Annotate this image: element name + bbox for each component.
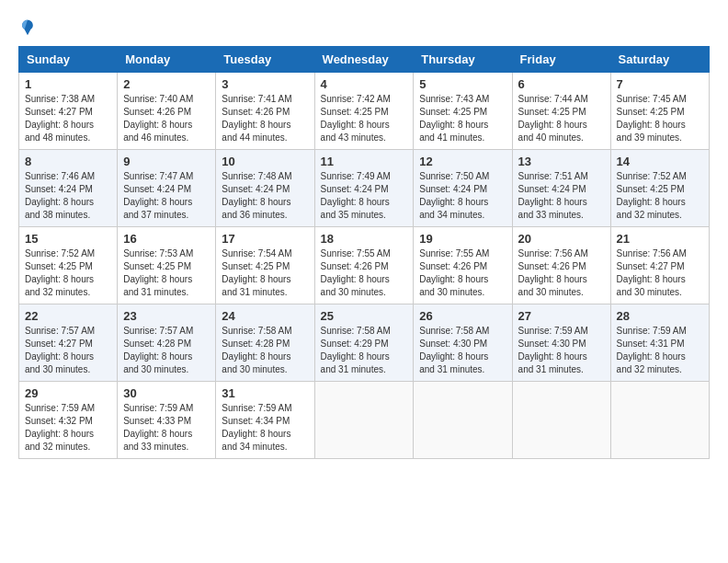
day-info: Sunrise: 7:42 AM Sunset: 4:25 PM Dayligh… — [321, 93, 408, 144]
day-info: Sunrise: 7:41 AM Sunset: 4:26 PM Dayligh… — [222, 93, 308, 144]
day-info: Sunrise: 7:48 AM Sunset: 4:24 PM Dayligh… — [222, 170, 308, 222]
day-number: 19 — [419, 232, 506, 246]
day-info: Sunrise: 7:43 AM Sunset: 4:25 PM Dayligh… — [419, 93, 506, 144]
day-number: 15 — [25, 232, 111, 246]
calendar-cell: 19Sunrise: 7:55 AM Sunset: 4:26 PM Dayli… — [414, 227, 512, 304]
calendar-cell: 12Sunrise: 7:50 AM Sunset: 4:24 PM Dayli… — [414, 150, 512, 227]
day-info: Sunrise: 7:45 AM Sunset: 4:25 PM Dayligh… — [617, 93, 703, 144]
calendar-cell: 10Sunrise: 7:48 AM Sunset: 4:24 PM Dayli… — [216, 150, 314, 227]
calendar-cell: 16Sunrise: 7:53 AM Sunset: 4:25 PM Dayli… — [118, 227, 216, 304]
calendar-cell: 9Sunrise: 7:47 AM Sunset: 4:24 PM Daylig… — [118, 150, 216, 227]
calendar-cell: 6Sunrise: 7:44 AM Sunset: 4:25 PM Daylig… — [512, 73, 610, 150]
day-info: Sunrise: 7:57 AM Sunset: 4:28 PM Dayligh… — [123, 325, 210, 376]
day-info: Sunrise: 7:59 AM Sunset: 4:30 PM Dayligh… — [518, 325, 605, 376]
day-info: Sunrise: 7:54 AM Sunset: 4:25 PM Dayligh… — [222, 247, 308, 299]
calendar-cell: 3Sunrise: 7:41 AM Sunset: 4:26 PM Daylig… — [216, 73, 314, 150]
day-number: 14 — [617, 155, 703, 168]
day-number: 2 — [123, 77, 210, 91]
calendar-cell — [610, 382, 709, 459]
calendar-cell: 15Sunrise: 7:52 AM Sunset: 4:25 PM Dayli… — [19, 227, 118, 304]
day-number: 10 — [222, 155, 308, 168]
calendar-cell: 21Sunrise: 7:56 AM Sunset: 4:27 PM Dayli… — [610, 227, 709, 304]
calendar-cell: 20Sunrise: 7:56 AM Sunset: 4:26 PM Dayli… — [512, 227, 610, 304]
day-info: Sunrise: 7:47 AM Sunset: 4:24 PM Dayligh… — [123, 170, 210, 222]
day-number: 7 — [617, 77, 703, 91]
day-info: Sunrise: 7:40 AM Sunset: 4:26 PM Dayligh… — [123, 93, 210, 144]
day-info: Sunrise: 7:59 AM Sunset: 4:33 PM Dayligh… — [123, 402, 210, 454]
calendar-cell — [512, 382, 610, 459]
day-number: 17 — [222, 232, 308, 246]
calendar-week-row: 1Sunrise: 7:38 AM Sunset: 4:27 PM Daylig… — [19, 73, 710, 150]
header — [18, 18, 710, 37]
col-sunday: Sunday — [19, 47, 118, 73]
day-number: 8 — [25, 155, 111, 168]
calendar-cell: 5Sunrise: 7:43 AM Sunset: 4:25 PM Daylig… — [414, 73, 512, 150]
day-number: 3 — [222, 77, 308, 91]
calendar-cell: 24Sunrise: 7:58 AM Sunset: 4:28 PM Dayli… — [216, 304, 314, 382]
day-number: 13 — [518, 155, 605, 168]
day-info: Sunrise: 7:59 AM Sunset: 4:31 PM Dayligh… — [617, 325, 703, 376]
calendar-cell: 26Sunrise: 7:58 AM Sunset: 4:30 PM Dayli… — [414, 304, 512, 382]
calendar-week-row: 22Sunrise: 7:57 AM Sunset: 4:27 PM Dayli… — [19, 304, 710, 382]
col-wednesday: Wednesday — [314, 47, 414, 73]
day-number: 5 — [419, 77, 506, 91]
day-info: Sunrise: 7:38 AM Sunset: 4:27 PM Dayligh… — [25, 93, 111, 144]
day-info: Sunrise: 7:53 AM Sunset: 4:25 PM Dayligh… — [123, 247, 210, 299]
calendar: Sunday Monday Tuesday Wednesday Thursday… — [18, 46, 710, 459]
day-number: 6 — [518, 77, 605, 91]
day-number: 1 — [25, 77, 111, 91]
day-info: Sunrise: 7:52 AM Sunset: 4:25 PM Dayligh… — [617, 170, 703, 222]
day-number: 12 — [419, 155, 506, 168]
calendar-cell: 23Sunrise: 7:57 AM Sunset: 4:28 PM Dayli… — [118, 304, 216, 382]
day-number: 24 — [222, 309, 308, 323]
day-info: Sunrise: 7:57 AM Sunset: 4:27 PM Dayligh… — [25, 325, 111, 376]
day-number: 26 — [419, 309, 506, 323]
day-number: 30 — [123, 386, 210, 400]
day-number: 18 — [321, 232, 408, 246]
day-info: Sunrise: 7:59 AM Sunset: 4:34 PM Dayligh… — [222, 402, 308, 454]
day-info: Sunrise: 7:52 AM Sunset: 4:25 PM Dayligh… — [25, 247, 111, 299]
day-number: 11 — [321, 155, 408, 168]
day-number: 9 — [123, 155, 210, 168]
calendar-cell: 7Sunrise: 7:45 AM Sunset: 4:25 PM Daylig… — [610, 73, 709, 150]
day-info: Sunrise: 7:58 AM Sunset: 4:29 PM Dayligh… — [321, 325, 408, 376]
calendar-week-row: 29Sunrise: 7:59 AM Sunset: 4:32 PM Dayli… — [19, 382, 710, 459]
calendar-cell: 8Sunrise: 7:46 AM Sunset: 4:24 PM Daylig… — [19, 150, 118, 227]
day-number: 16 — [123, 232, 210, 246]
day-info: Sunrise: 7:46 AM Sunset: 4:24 PM Dayligh… — [25, 170, 111, 222]
day-info: Sunrise: 7:58 AM Sunset: 4:28 PM Dayligh… — [222, 325, 308, 376]
day-number: 4 — [321, 77, 408, 91]
calendar-cell — [314, 382, 414, 459]
calendar-cell: 27Sunrise: 7:59 AM Sunset: 4:30 PM Dayli… — [512, 304, 610, 382]
calendar-cell: 18Sunrise: 7:55 AM Sunset: 4:26 PM Dayli… — [314, 227, 414, 304]
day-number: 27 — [518, 309, 605, 323]
calendar-cell: 17Sunrise: 7:54 AM Sunset: 4:25 PM Dayli… — [216, 227, 314, 304]
calendar-cell: 2Sunrise: 7:40 AM Sunset: 4:26 PM Daylig… — [118, 73, 216, 150]
calendar-cell: 11Sunrise: 7:49 AM Sunset: 4:24 PM Dayli… — [314, 150, 414, 227]
col-monday: Monday — [118, 47, 216, 73]
calendar-cell — [414, 382, 512, 459]
calendar-cell: 25Sunrise: 7:58 AM Sunset: 4:29 PM Dayli… — [314, 304, 414, 382]
day-info: Sunrise: 7:55 AM Sunset: 4:26 PM Dayligh… — [321, 247, 408, 299]
day-number: 31 — [222, 386, 308, 400]
calendar-cell: 29Sunrise: 7:59 AM Sunset: 4:32 PM Dayli… — [19, 382, 118, 459]
col-tuesday: Tuesday — [216, 47, 314, 73]
day-info: Sunrise: 7:56 AM Sunset: 4:26 PM Dayligh… — [518, 247, 605, 299]
calendar-cell: 14Sunrise: 7:52 AM Sunset: 4:25 PM Dayli… — [610, 150, 709, 227]
day-info: Sunrise: 7:51 AM Sunset: 4:24 PM Dayligh… — [518, 170, 605, 222]
day-info: Sunrise: 7:44 AM Sunset: 4:25 PM Dayligh… — [518, 93, 605, 144]
logo — [18, 18, 40, 37]
day-info: Sunrise: 7:59 AM Sunset: 4:32 PM Dayligh… — [25, 402, 111, 454]
day-info: Sunrise: 7:58 AM Sunset: 4:30 PM Dayligh… — [419, 325, 506, 376]
day-number: 23 — [123, 309, 210, 323]
calendar-week-row: 8Sunrise: 7:46 AM Sunset: 4:24 PM Daylig… — [19, 150, 710, 227]
calendar-cell: 22Sunrise: 7:57 AM Sunset: 4:27 PM Dayli… — [19, 304, 118, 382]
calendar-week-row: 15Sunrise: 7:52 AM Sunset: 4:25 PM Dayli… — [19, 227, 710, 304]
calendar-cell: 31Sunrise: 7:59 AM Sunset: 4:34 PM Dayli… — [216, 382, 314, 459]
calendar-cell: 1Sunrise: 7:38 AM Sunset: 4:27 PM Daylig… — [19, 73, 118, 150]
calendar-cell: 4Sunrise: 7:42 AM Sunset: 4:25 PM Daylig… — [314, 73, 414, 150]
day-info: Sunrise: 7:56 AM Sunset: 4:27 PM Dayligh… — [617, 247, 703, 299]
day-number: 28 — [617, 309, 703, 323]
day-info: Sunrise: 7:50 AM Sunset: 4:24 PM Dayligh… — [419, 170, 506, 222]
day-info: Sunrise: 7:49 AM Sunset: 4:24 PM Dayligh… — [321, 170, 408, 222]
